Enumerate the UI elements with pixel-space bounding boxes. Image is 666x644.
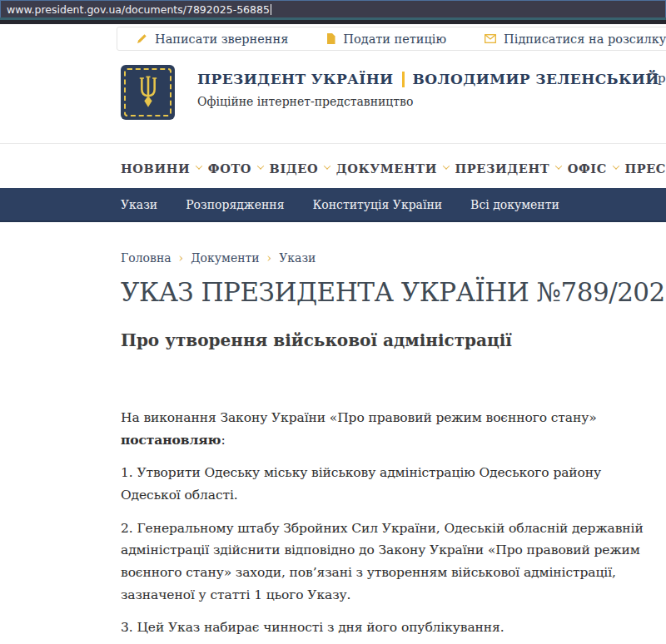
submit-petition-link[interactable]: Подати петицію: [307, 32, 465, 46]
site-subtitle: Офіційне інтернет-представництво: [197, 95, 659, 108]
chevron-down-icon: [257, 162, 264, 169]
chevron-down-icon: [443, 162, 450, 169]
subnav-item-constitution[interactable]: Конституція України: [313, 198, 443, 211]
utility-nav: Написати звернення Подати петицію Підпис…: [117, 27, 666, 51]
nav-label: НОВИНИ: [121, 161, 190, 176]
file-icon: [326, 33, 335, 44]
subnav-item-all-documents[interactable]: Всі документи: [470, 198, 559, 211]
envelope-icon: [485, 34, 496, 43]
nav-label: ОФІС: [568, 161, 607, 176]
intro-text: На виконання Закону України «Про правови…: [121, 410, 597, 425]
chevron-down-icon: [324, 162, 331, 169]
breadcrumb-home[interactable]: Головна: [121, 251, 171, 265]
emblem-ornament-border: [124, 68, 171, 116]
chevron-down-icon: [196, 162, 202, 169]
page: www.president.gov.ua/documents/7892025-5…: [0, 0, 666, 644]
header-right-clipped-link[interactable]: Пре: [647, 71, 666, 86]
chevron-down-icon: [613, 162, 619, 169]
site-logo[interactable]: [121, 65, 175, 120]
nav-item-press[interactable]: ПРЕС: [624, 161, 666, 176]
site-title[interactable]: ПРЕЗИДЕНТ УКРАЇНИ: [197, 71, 394, 87]
site-title-block: ПРЕЗИДЕНТ УКРАЇНИ ВОЛОДИМИР ЗЕЛЕНСЬКИЙ О…: [197, 71, 659, 108]
chevron-right-icon: ›: [267, 251, 272, 265]
documents-sub-nav: Укази Розпорядження Конституція України …: [0, 188, 666, 222]
nav-item-video[interactable]: ВІДЕО: [270, 161, 331, 176]
chevron-down-icon: [555, 162, 562, 169]
subnav-item-orders[interactable]: Розпорядження: [186, 198, 284, 211]
nav-item-news[interactable]: НОВИНИ: [121, 161, 201, 176]
header-divider: [0, 143, 666, 144]
breadcrumb-decrees[interactable]: Укази: [279, 251, 316, 265]
intro-tail: :: [221, 433, 225, 448]
pencil-icon: [137, 33, 147, 44]
nav-label: ПРЕЗИДЕНТ: [455, 161, 550, 176]
main-nav: НОВИНИ ФОТО ВІДЕО ДОКУМЕНТИ ПРЕЗИДЕНТ ОФ…: [121, 151, 666, 186]
nav-label: ДОКУМЕНТИ: [336, 161, 437, 176]
page-title: УКАЗ ПРЕЗИДЕНТА УКРАЇНИ №789/2025: [121, 277, 666, 307]
decree-item-3: 3. Цей Указ набирає чинності з дня його …: [121, 617, 660, 639]
utility-link-label: Написати звернення: [155, 32, 288, 46]
url-text[interactable]: www.president.gov.ua/documents/7892025-5…: [7, 3, 270, 16]
nav-item-president[interactable]: ПРЕЗИДЕНТ: [455, 161, 562, 176]
decree-item-1: 1. Утворити Одеську міську військову адм…: [121, 462, 660, 506]
write-appeal-link[interactable]: Написати звернення: [117, 32, 307, 46]
decree-intro: На виконання Закону України «Про правови…: [121, 407, 660, 451]
subnav-item-decrees[interactable]: Укази: [121, 198, 157, 211]
utility-link-label: Підписатися на розсилку: [504, 32, 666, 46]
nav-label: ФОТО: [208, 161, 251, 176]
president-name[interactable]: ВОЛОДИМИР ЗЕЛЕНСЬКИЙ: [413, 71, 659, 87]
nav-item-office[interactable]: ОФІС: [568, 161, 619, 176]
browser-address-bar[interactable]: www.president.gov.ua/documents/7892025-5…: [0, 0, 666, 17]
nav-item-photo[interactable]: ФОТО: [208, 161, 263, 176]
text-cursor: [271, 4, 271, 15]
breadcrumb: Головна › Документи › Укази: [121, 251, 316, 265]
decree-item-2: 2. Генеральному штабу Збройних Сил Украї…: [121, 518, 660, 607]
utility-link-label: Подати петицію: [343, 32, 446, 46]
breadcrumb-documents[interactable]: Документи: [191, 251, 259, 265]
gold-divider-bar: [402, 72, 405, 87]
browser-bottom-shadow: [0, 20, 666, 24]
intro-bold-text: постановляю: [121, 432, 221, 448]
nav-label: ВІДЕО: [270, 161, 319, 176]
chevron-right-icon: ›: [179, 251, 184, 265]
nav-item-documents[interactable]: ДОКУМЕНТИ: [336, 161, 449, 176]
nav-label: ПРЕС: [624, 161, 666, 176]
document-subtitle: Про утворення військової адміністрації: [121, 330, 512, 350]
document-body: На виконання Закону України «Про правови…: [121, 407, 660, 644]
subscribe-newsletter-link[interactable]: Підписатися на розсилку: [465, 32, 666, 46]
